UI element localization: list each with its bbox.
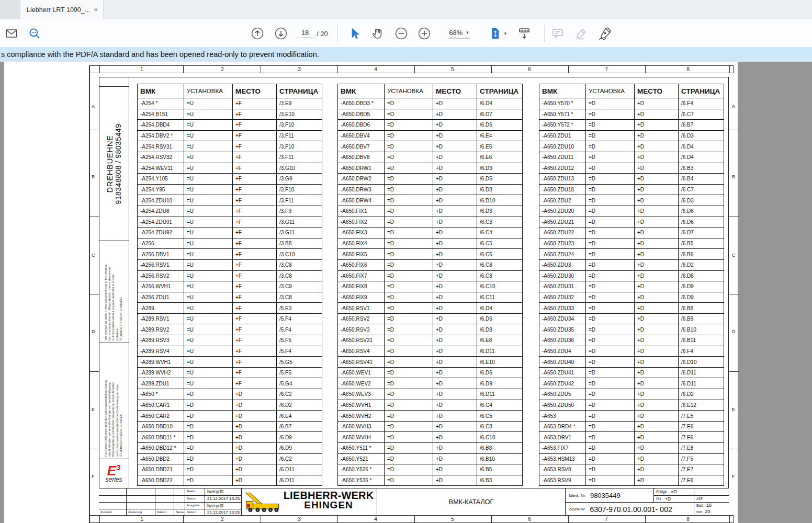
table-cell: -A650.Y572 * — [539, 120, 585, 130]
row-letter: C — [92, 253, 95, 258]
table-cell: -A650.WVH1 — [338, 400, 384, 411]
table-cell: =D — [585, 217, 634, 228]
table-cell: +D — [232, 443, 276, 453]
table-cell: +D — [433, 454, 477, 464]
table-row: -A254.ZDU91=U+F/3.G11 — [138, 217, 322, 228]
table-cell: -A254 * — [138, 98, 184, 109]
table-cell: +D — [433, 174, 477, 184]
ruler-number: 1 — [140, 516, 143, 522]
table-cell: +D — [634, 217, 678, 228]
von-label: von — [696, 510, 702, 515]
table-row: -A650.RSV2=D+D/6.D6 — [338, 313, 522, 324]
table-cell: /7.E6 — [678, 422, 724, 432]
table-cell: /6.C4 — [477, 228, 522, 238]
table-cell: /5.G5 — [276, 357, 322, 367]
highlight-button[interactable] — [574, 27, 588, 40]
table-cell: /3.G11 — [276, 228, 322, 238]
table-cell: +D — [433, 249, 477, 259]
zoom-in-button[interactable] — [418, 26, 432, 40]
table-cell: +D — [634, 464, 678, 475]
table-cell: -A650.ZDU5 — [539, 389, 585, 400]
table-cell: =U — [184, 141, 232, 152]
table-cell: -A650.RSV3 — [338, 324, 384, 335]
table-cell: /6.D2 — [678, 260, 724, 270]
table-row: -A650.DBD11 *=D+D/6.D9 — [138, 431, 322, 442]
table-cell: =U — [184, 238, 232, 249]
inactive-tab-stub[interactable] — [0, 0, 20, 19]
table-cell: +D — [634, 185, 678, 195]
add-notes-button[interactable] — [551, 27, 565, 40]
table-cell: /6.C8 — [477, 271, 522, 281]
table-cell: /6.D4 — [678, 141, 724, 152]
table-row: -A254.Y95=U+F/3.F10 — [138, 184, 322, 195]
table-row: -A254.Y105=U+F/3.G9 — [138, 173, 322, 184]
tab-close-icon[interactable]: × — [89, 6, 98, 14]
pdf-document-tab[interactable]: Liebherr LRT 1090_... × — [20, 0, 104, 19]
table-cell: +D — [433, 292, 477, 303]
table-cell: -A650.ZDU30 — [539, 271, 585, 281]
table-cell: +D — [433, 109, 477, 120]
e3-series-logo-box: E3 series — [99, 459, 129, 488]
author-block: Bearb. lweryd0 Datum 21.12.2017 13:25 Au… — [185, 488, 241, 516]
table-cell: =D — [585, 475, 634, 486]
pin-toolbar-button[interactable] — [517, 26, 532, 40]
table-cell: -A650.Y521 — [338, 454, 384, 464]
page-number-input[interactable]: 18 — [296, 29, 314, 38]
table-cell: /6.D7 — [678, 228, 724, 238]
table-cell: -A653 — [539, 411, 585, 421]
table-cell: /6.B7 — [678, 120, 724, 130]
table-cell: -A254.ZDU92 — [138, 228, 184, 238]
pdf-toolbar: 18 / 20 68% ▾ — [0, 19, 812, 47]
table-cell: =D — [585, 314, 634, 324]
table-cell: =U — [184, 335, 232, 346]
table-cell: =D — [384, 314, 433, 324]
zeich-nr-cell: Zeich-Nr. 6307-970.01.00.001- 002 — [566, 502, 694, 516]
select-tool-button[interactable] — [348, 27, 362, 40]
ink-signature-button[interactable] — [598, 26, 612, 40]
table-cell: +D — [634, 98, 678, 109]
table-cell: /3.E9 — [276, 98, 322, 109]
ident-nr-cell: Ident.-Nr. 98035449 — [566, 488, 653, 502]
zoom-level-value: 68% — [449, 28, 463, 36]
bottom-ruler: 12345678 — [89, 515, 734, 523]
ort-value: +D — [665, 496, 671, 502]
table-cell: -A650.WEV1 — [338, 368, 384, 378]
table-cell: /6.C7 — [678, 185, 724, 195]
table-row: -A650.WVH1=D+D/6.C4 — [338, 400, 522, 411]
table-cell: =D — [384, 206, 433, 217]
ruler-number: 3 — [298, 516, 301, 522]
previous-page-button[interactable] — [251, 26, 265, 40]
table-cell: +F — [232, 228, 276, 238]
fit-page-dropdown[interactable]: ▾ — [489, 27, 507, 40]
table-row: -A650.ZDU42=D+D/6.D11 — [539, 378, 724, 389]
document-viewport[interactable]: 12345678 12345678 ABCDEF ABCDEF DREHBUEH… — [0, 62, 812, 523]
next-page-button[interactable] — [274, 26, 288, 40]
ruler-number: 2 — [221, 516, 224, 522]
table-cell: -A650.Y526 * — [338, 464, 384, 475]
zoom-level-dropdown[interactable]: 68% ▾ — [448, 28, 470, 38]
table-row: -A254.WEV11=U+F/3.G10 — [138, 163, 322, 174]
table-cell: -A254.DBV2 * — [138, 131, 184, 141]
table-row: -A650.DRW4=D+D/6.D10 — [338, 195, 522, 206]
zoom-out-button[interactable] — [394, 26, 409, 40]
table-cell: +F — [232, 335, 276, 346]
company-logo-cell: LIEBHERR-WERK EHINGEN — [241, 488, 377, 516]
table-cell: =D — [585, 400, 634, 411]
table-cell: -A650.RSV1 — [338, 303, 384, 313]
pan-tool-button[interactable] — [371, 27, 385, 40]
table-cell: -A256.RSV1 — [138, 260, 184, 270]
column-header: ВМК — [338, 84, 384, 98]
table-cell: /5.E3 — [276, 303, 322, 313]
table-row: -A650.ZDU11=D+D/6.D4 — [539, 152, 724, 163]
search-icon[interactable] — [28, 26, 42, 40]
row-divider — [729, 294, 739, 294]
table-cell: -A256.ZDU1 — [138, 292, 184, 303]
table-row: -A650.WVH4=D+D/6.C10 — [338, 431, 522, 442]
email-icon[interactable] — [5, 27, 18, 40]
ruler-divider — [491, 66, 492, 73]
row-divider — [89, 130, 99, 130]
table-cell: /6.F4 — [678, 98, 724, 109]
table-cell: /5.F5 — [276, 335, 322, 346]
row-letter: F — [92, 474, 95, 479]
azf-cell: AZF — [694, 488, 729, 502]
